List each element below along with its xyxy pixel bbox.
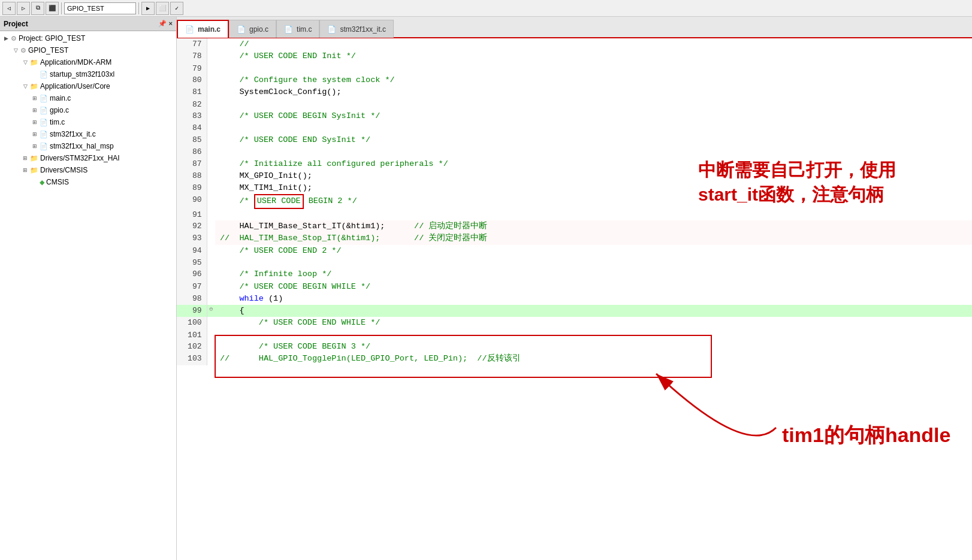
- sidebar-item-cmsis[interactable]: ◆ CMSIS: [0, 176, 176, 188]
- table-row: 84: [177, 122, 972, 134]
- code-99: {: [215, 305, 972, 317]
- collapse-79: [207, 63, 215, 75]
- sidebar-item-tim-c[interactable]: ⊞ 📄 tim.c: [0, 116, 176, 128]
- tree-toggle-drv-stm32: ⊞: [22, 155, 29, 162]
- sidebar-header: Project 📌 ×: [0, 17, 176, 31]
- sidebar-item-label-cmsis: CMSIS: [46, 178, 69, 186]
- sidebar-item-app-mdk[interactable]: ▽ 📁 Application/MDK-ARM: [0, 56, 176, 68]
- collapse-97: [207, 281, 215, 293]
- code-table: 77 // 78 /* USER CODE END Init */: [177, 38, 972, 365]
- table-row: 85 /* USER CODE END SysInit */: [177, 134, 972, 146]
- sidebar-item-label-gpio: gpio.c: [50, 106, 69, 114]
- sidebar-item-gpio-test[interactable]: ▽ ⚙ GPIO_TEST: [0, 44, 176, 56]
- mdk-folder-icon: 📁: [30, 59, 38, 66]
- code-101: [215, 329, 972, 341]
- sidebar-item-drivers-stm32[interactable]: ⊞ 📁 Drivers/STM32F1xx_HAI: [0, 152, 176, 164]
- code-84: [215, 122, 972, 134]
- code-85: /* USER CODE END SysInit */: [215, 134, 972, 146]
- cmsis-folder-icon: 📁: [30, 167, 38, 174]
- toolbar-btn-1[interactable]: ◁: [2, 2, 16, 15]
- toolbar-btn-7[interactable]: ✓: [170, 2, 183, 15]
- tab-main-c[interactable]: 📄 main.c: [177, 20, 229, 38]
- annotation-text-2-content: tim1的句柄handle: [782, 423, 950, 446]
- sidebar-header-icons: 📌 ×: [158, 20, 173, 28]
- sidebar-item-main-c[interactable]: ⊞ 📄 main.c: [0, 92, 176, 104]
- sidebar-close-icon[interactable]: ×: [169, 20, 173, 28]
- table-row: 93 // HAL_TIM_Base_Stop_IT(&htim1); // 关…: [177, 232, 972, 244]
- tab-label-gpio: gpio.c: [249, 25, 268, 34]
- toolbar-btn-2[interactable]: ▷: [17, 2, 30, 15]
- collapse-90: [207, 194, 215, 208]
- line-num-82: 82: [177, 99, 207, 111]
- collapse-88: [207, 170, 215, 182]
- toolbar-btn-6[interactable]: ⬜: [156, 2, 169, 15]
- user-folder-icon: 📁: [30, 83, 38, 90]
- toolbar-btn-3[interactable]: ⧉: [31, 2, 44, 15]
- sidebar-item-label-startup: startup_stm32f103xl: [50, 70, 114, 78]
- code-editor[interactable]: 77 // 78 /* USER CODE END Init */: [177, 38, 972, 365]
- sidebar-item-gpio-c[interactable]: ⊞ 📄 gpio.c: [0, 104, 176, 116]
- gpio-file-icon: 📄: [40, 107, 48, 114]
- collapse-92: [207, 220, 215, 232]
- collapse-96: [207, 268, 215, 280]
- code-95: [215, 257, 972, 269]
- line-num-79: 79: [177, 63, 207, 75]
- line-num-101: 101: [177, 329, 207, 341]
- sidebar-item-label-gpio-test: GPIO_TEST: [28, 46, 68, 55]
- sidebar-item-drivers-cmsis[interactable]: ⊞ 📁 Drivers/CMSIS: [0, 164, 176, 176]
- code-80: /* Configure the system clock */: [215, 74, 972, 86]
- collapse-99[interactable]: ⊖: [207, 305, 215, 317]
- line-num-84: 84: [177, 122, 207, 134]
- collapse-82: [207, 99, 215, 111]
- table-row: 82: [177, 99, 972, 111]
- code-82: [215, 99, 972, 111]
- sidebar-item-startup[interactable]: 📄 startup_stm32f103xl: [0, 68, 176, 80]
- tab-file-icon-tim: 📄: [284, 25, 293, 34]
- cmsis-diamond-icon: ◆: [40, 178, 44, 186]
- table-row: 96 /* Infinite loop */: [177, 268, 972, 280]
- sidebar-item-hal-msp[interactable]: ⊞ 📄 stm32f1xx_hal_msp: [0, 140, 176, 152]
- tab-tim-c[interactable]: 📄 tim.c: [276, 20, 319, 38]
- sidebar-item-label-root: Project: GPIO_TEST: [19, 34, 85, 43]
- project-name-input[interactable]: [64, 2, 136, 14]
- sidebar-item-label-main: main.c: [50, 94, 71, 102]
- tree-toggle-cmsis: ⊞: [22, 167, 29, 174]
- collapse-80: [207, 74, 215, 86]
- tab-stm32-it[interactable]: 📄 stm32f1xx_it.c: [319, 20, 394, 38]
- table-row: 101: [177, 329, 972, 341]
- collapse-77: [207, 38, 215, 50]
- tree-toggle-tim-c: ⊞: [31, 119, 38, 126]
- table-row: 86: [177, 146, 972, 158]
- toolbar-btn-4[interactable]: ⬛: [46, 2, 59, 15]
- tab-file-icon-main: 📄: [185, 25, 194, 34]
- line-num-97: 97: [177, 281, 207, 293]
- code-92: HAL_TIM_Base_Start_IT(&htim1); // 启动定时器中…: [215, 220, 972, 232]
- line-num-88: 88: [177, 170, 207, 182]
- it-file-icon: 📄: [40, 131, 48, 138]
- line-num-86: 86: [177, 146, 207, 158]
- main-area: Project 📌 × ▶ ⚙ Project: GPIO_TEST ▽ ⚙ G…: [0, 17, 972, 560]
- code-88: MX_GPIO_Init();: [215, 170, 972, 182]
- sidebar-item-project-root[interactable]: ▶ ⚙ Project: GPIO_TEST: [0, 32, 176, 44]
- line-num-81: 81: [177, 86, 207, 98]
- code-94: /* USER CODE END 2 */: [215, 245, 972, 257]
- table-row: 83 /* USER CODE BEGIN SysInit */: [177, 110, 972, 122]
- sidebar-pin-icon[interactable]: 📌: [158, 20, 167, 28]
- table-row: 97 /* USER CODE BEGIN WHILE */: [177, 281, 972, 293]
- code-103: // HAL_GPIO_TogglePin(LED_GPIO_Port, LED…: [215, 353, 972, 365]
- startup-file-icon: 📄: [40, 71, 48, 78]
- table-row: 99 ⊖ {: [177, 305, 972, 317]
- tree-toggle-it: ⊞: [31, 131, 38, 138]
- collapse-89: [207, 182, 215, 194]
- collapse-101: [207, 329, 215, 341]
- toolbar-btn-5[interactable]: ▶: [141, 2, 155, 15]
- sidebar-item-app-user[interactable]: ▽ 📁 Application/User/Core: [0, 80, 176, 92]
- editor-wrapper: 77 // 78 /* USER CODE END Init */: [177, 38, 972, 560]
- tab-gpio-c[interactable]: 📄 gpio.c: [229, 20, 276, 38]
- tim-file-icon: 📄: [40, 119, 48, 126]
- sidebar-item-label-mdk: Application/MDK-ARM: [40, 58, 111, 66]
- tree-toggle-gpio: ▽: [12, 47, 19, 54]
- code-79: [215, 63, 972, 75]
- sidebar-item-it-c[interactable]: ⊞ 📄 stm32f1xx_it.c: [0, 128, 176, 140]
- toolbar: ◁ ▷ ⧉ ⬛ ▶ ⬜ ✓: [0, 0, 972, 17]
